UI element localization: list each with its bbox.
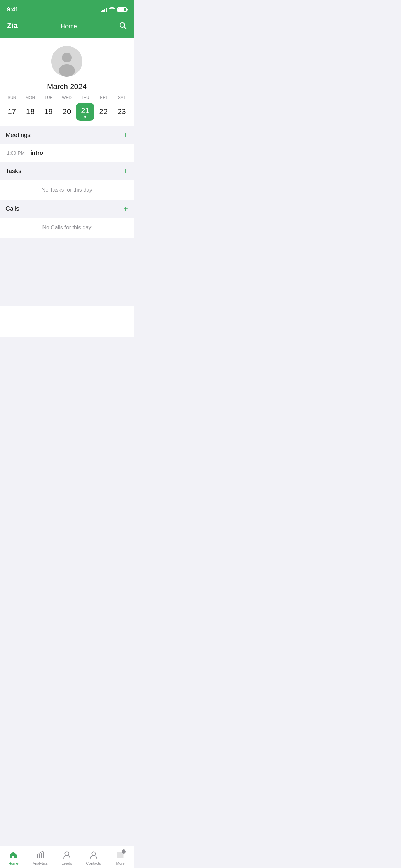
tasks-section-header: Tasks +: [0, 162, 134, 180]
svg-text:Zia: Zia: [7, 21, 18, 30]
calendar-day-23[interactable]: 23: [113, 103, 131, 121]
avatar-section: [0, 38, 134, 82]
calls-section-header: Calls +: [0, 200, 134, 218]
gray-filler: [0, 238, 134, 306]
weekday-sat: SAT: [113, 95, 131, 100]
calls-empty-text: No Calls for this day: [42, 225, 91, 230]
weekday-tue: TUE: [39, 95, 58, 100]
meeting-item[interactable]: 1:00 PM intro: [0, 144, 134, 162]
calendar-day-18[interactable]: 18: [21, 103, 39, 121]
calendar-day-22[interactable]: 22: [94, 103, 112, 121]
today-dot: [84, 116, 86, 118]
meetings-title: Meetings: [5, 132, 31, 139]
page-title: Home: [61, 23, 77, 30]
tasks-empty-state: No Tasks for this day: [0, 180, 134, 200]
tasks-empty-text: No Tasks for this day: [41, 187, 92, 193]
avatar: [51, 46, 82, 77]
add-call-button[interactable]: +: [123, 204, 128, 214]
meetings-section-header: Meetings +: [0, 126, 134, 144]
app-logo: Zia: [7, 21, 19, 32]
calendar-day-17[interactable]: 17: [3, 103, 21, 121]
svg-point-4: [62, 53, 72, 62]
weekday-wed: WED: [58, 95, 76, 100]
weekday-mon: MON: [21, 95, 39, 100]
page-wrapper: 9:41 Zia Home: [0, 0, 134, 337]
meeting-title: intro: [30, 149, 43, 156]
calendar-day-21-today[interactable]: 21: [76, 103, 94, 121]
calendar-week-headers: SUN MON TUE WED THU FRI SAT: [0, 95, 134, 100]
calls-empty-state: No Calls for this day: [0, 218, 134, 238]
add-task-button[interactable]: +: [123, 166, 128, 176]
status-bar: 9:41: [0, 0, 134, 17]
svg-line-2: [124, 27, 126, 29]
tasks-title: Tasks: [5, 168, 21, 175]
app-header: Zia Home: [0, 17, 134, 38]
search-icon[interactable]: [119, 21, 127, 32]
status-time: 9:41: [7, 6, 19, 13]
calendar-day-20[interactable]: 20: [58, 103, 76, 121]
signal-icon: [101, 7, 107, 12]
calls-title: Calls: [5, 205, 19, 213]
weekday-fri: FRI: [94, 95, 112, 100]
svg-point-5: [59, 64, 75, 77]
wifi-icon: [109, 7, 115, 13]
calendar-section: March 2024 SUN MON TUE WED THU FRI SAT 1…: [0, 82, 134, 126]
weekday-thu: THU: [76, 95, 94, 100]
add-meeting-button[interactable]: +: [123, 130, 128, 140]
meeting-time: 1:00 PM: [7, 150, 25, 156]
weekday-sun: SUN: [3, 95, 21, 100]
calendar-month: March 2024: [0, 82, 134, 91]
battery-icon: [117, 7, 127, 12]
calendar-days: 17 18 19 20 21 22 23: [0, 103, 134, 121]
status-icons: [101, 7, 127, 13]
calendar-day-19[interactable]: 19: [39, 103, 58, 121]
